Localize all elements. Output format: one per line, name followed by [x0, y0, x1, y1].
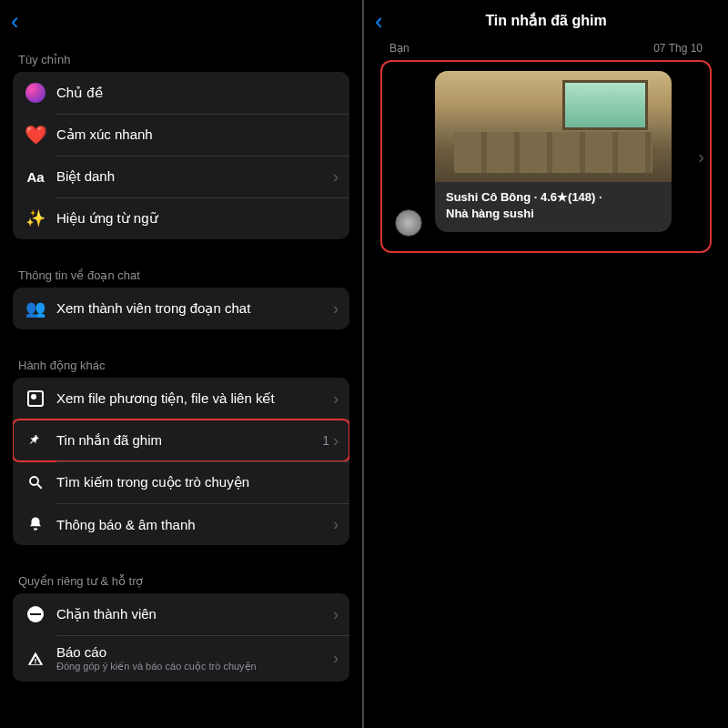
row-block[interactable]: Chặn thành viên › — [13, 593, 349, 635]
chevron-right-icon: › — [698, 147, 704, 167]
back-icon[interactable]: ‹ — [11, 9, 19, 33]
row-label: Thông báo & âm thanh — [56, 517, 333, 532]
section-actions-header: Hành động khác — [0, 346, 362, 378]
group-info: 👥 Xem thành viên trong đoạn chat › — [13, 288, 349, 329]
chevron-right-icon: › — [333, 649, 339, 668]
row-pinned-messages[interactable]: Tin nhắn đã ghim 1 › — [13, 420, 349, 461]
row-sublabel: Đóng góp ý kiến và báo cáo cuộc trò chuy… — [56, 661, 333, 672]
warning-icon — [24, 647, 47, 671]
row-label: Xem file phương tiện, file và liên kết — [56, 390, 333, 407]
place-info: Sushi Cô Bông · 4.6★(148) · Nhà hàng sus… — [435, 182, 672, 232]
topbar-left: ‹ — [0, 0, 362, 40]
row-quick-reaction[interactable]: ❤️ Cảm xúc nhanh — [13, 114, 349, 156]
theme-icon — [24, 81, 47, 105]
chevron-right-icon: › — [333, 515, 339, 534]
bell-icon — [24, 512, 47, 536]
back-icon[interactable]: ‹ — [375, 9, 383, 33]
settings-pane: ‹ Tùy chỉnh Chủ đề ❤️ Cảm xúc nhanh Aa B… — [0, 0, 364, 728]
pinned-message[interactable]: Sushi Cô Bông · 4.6★(148) · Nhà hàng sus… — [380, 60, 712, 253]
topbar-right: ‹ Tin nhắn đã ghim — [364, 0, 728, 40]
wand-icon: ✨ — [24, 207, 47, 230]
chevron-right-icon: › — [333, 389, 339, 409]
row-labelwrap: Báo cáo Đóng góp ý kiến và báo cáo cuộc … — [56, 644, 333, 672]
sender-avatar — [395, 209, 422, 237]
place-photo — [435, 71, 672, 182]
section-info-header: Thông tin về đoạn chat — [0, 256, 362, 288]
block-icon — [24, 602, 47, 626]
row-notifications[interactable]: Thông báo & âm thanh › — [13, 503, 349, 545]
row-label: Biệt danh — [56, 168, 333, 185]
place-line1: Sushi Cô Bông · 4.6★(148) · — [446, 189, 661, 206]
pinned-pane: ‹ Tin nhắn đã ghim Bạn 07 Thg 10 Sushi C… — [364, 0, 728, 728]
row-label: Cảm xúc nhanh — [56, 126, 339, 143]
heart-icon: ❤️ — [24, 123, 47, 147]
row-label: Tìm kiếm trong cuộc trò chuyện — [56, 474, 339, 490]
chevron-right-icon: › — [333, 299, 339, 318]
row-label: Xem thành viên trong đoạn chat — [56, 300, 333, 317]
sender-label: Bạn — [389, 42, 410, 55]
pinned-count-badge: 1 — [322, 433, 329, 448]
chevron-right-icon: › — [333, 605, 339, 624]
row-search-chat[interactable]: Tìm kiếm trong cuộc trò chuyện — [13, 461, 349, 503]
row-label: Chủ đề — [56, 85, 339, 101]
row-word-effects[interactable]: ✨ Hiệu ứng từ ngữ — [13, 197, 349, 239]
row-label: Báo cáo — [56, 644, 333, 660]
chevron-right-icon: › — [333, 431, 339, 450]
section-customize-header: Tùy chỉnh — [0, 40, 362, 72]
media-icon — [24, 387, 47, 410]
group-actions: Xem file phương tiện, file và liên kết ›… — [13, 378, 349, 545]
search-icon — [24, 470, 47, 494]
row-label: Hiệu ứng từ ngữ — [56, 210, 339, 227]
chevron-right-icon: › — [333, 167, 339, 187]
svg-line-1 — [37, 484, 42, 489]
row-label: Chặn thành viên — [56, 606, 333, 622]
members-icon: 👥 — [24, 297, 47, 320]
group-privacy: Chặn thành viên › Báo cáo Đóng góp ý kiế… — [13, 593, 349, 682]
aa-icon: Aa — [24, 165, 47, 188]
row-members[interactable]: 👥 Xem thành viên trong đoạn chat › — [13, 288, 349, 329]
svg-point-0 — [30, 477, 38, 485]
row-nickname[interactable]: Aa Biệt danh › — [13, 156, 349, 197]
row-media[interactable]: Xem file phương tiện, file và liên kết › — [13, 378, 349, 420]
group-customize: Chủ đề ❤️ Cảm xúc nhanh Aa Biệt danh › ✨… — [13, 72, 349, 239]
row-label: Tin nhắn đã ghim — [56, 432, 322, 449]
place-line2: Nhà hàng sushi — [446, 206, 661, 222]
place-card[interactable]: Sushi Cô Bông · 4.6★(148) · Nhà hàng sus… — [435, 71, 672, 232]
row-report[interactable]: Báo cáo Đóng góp ý kiến và báo cáo cuộc … — [13, 635, 349, 682]
row-theme[interactable]: Chủ đề — [13, 72, 349, 114]
message-meta: Bạn 07 Thg 10 — [364, 40, 728, 55]
page-title: Tin nhắn đã ghim — [485, 12, 606, 29]
section-privacy-header: Quyền riêng tư & hỗ trợ — [0, 561, 362, 593]
date-label: 07 Thg 10 — [653, 42, 703, 55]
pin-icon — [24, 429, 47, 452]
